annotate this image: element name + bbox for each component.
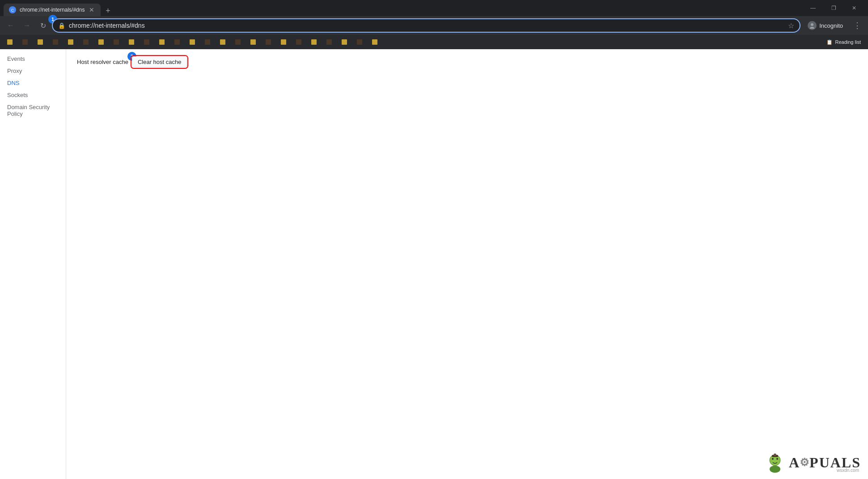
watermark: A ⚙ PUALS wsxdn.com bbox=[764, 451, 861, 474]
sidebar-item-events[interactable]: Events bbox=[0, 53, 66, 65]
address-bar-wrapper: 1 🔒 chrome://net-internals/#dns ☆ bbox=[52, 18, 800, 33]
bookmark-item[interactable] bbox=[323, 37, 337, 47]
bookmark-item[interactable] bbox=[368, 37, 383, 47]
reading-list-label: Reading list bbox=[835, 39, 861, 45]
tab-favicon: C bbox=[9, 6, 16, 13]
address-bar[interactable]: 🔒 chrome://net-internals/#dns ☆ bbox=[52, 18, 800, 33]
bookmark-item[interactable] bbox=[353, 37, 368, 47]
reading-list-icon: 📋 bbox=[826, 39, 833, 45]
bookmark-item[interactable] bbox=[247, 37, 261, 47]
sidebar-item-dns[interactable]: DNS bbox=[0, 77, 66, 89]
svg-point-2 bbox=[811, 23, 813, 26]
bookmark-item[interactable] bbox=[216, 37, 231, 47]
nav-right-controls: Incognito ⋮ bbox=[802, 18, 864, 33]
active-tab[interactable]: C chrome://net-internals/#dns ✕ bbox=[4, 4, 101, 16]
new-tab-button[interactable]: + bbox=[102, 5, 113, 16]
bookmark-item[interactable] bbox=[186, 37, 200, 47]
bookmark-item[interactable] bbox=[338, 37, 352, 47]
tab-bar: C chrome://net-internals/#dns ✕ + bbox=[4, 0, 113, 16]
bookmark-item[interactable] bbox=[171, 37, 185, 47]
bookmark-item[interactable] bbox=[201, 37, 216, 47]
bookmark-item[interactable] bbox=[34, 37, 48, 47]
clear-host-cache-button[interactable]: Clear host cache bbox=[132, 56, 187, 68]
tab-title: chrome://net-internals/#dns bbox=[20, 7, 85, 13]
bookmark-item[interactable] bbox=[49, 37, 64, 47]
main-panel: Host resolver cache 2 Clear host cache bbox=[66, 49, 868, 479]
sidebar-item-proxy[interactable]: Proxy bbox=[0, 65, 66, 77]
watermark-icon bbox=[764, 451, 786, 474]
bookmark-item[interactable] bbox=[95, 37, 109, 47]
incognito-button[interactable]: Incognito bbox=[802, 19, 848, 32]
bookmark-item[interactable] bbox=[110, 37, 124, 47]
sidebar-item-domain-security-policy[interactable]: Domain Security Policy bbox=[0, 101, 66, 120]
bookmark-item[interactable] bbox=[156, 37, 170, 47]
svg-point-6 bbox=[772, 458, 774, 460]
back-button[interactable]: ← bbox=[4, 18, 18, 33]
bookmark-item[interactable] bbox=[277, 37, 292, 47]
svg-point-7 bbox=[776, 458, 778, 460]
bookmark-item[interactable] bbox=[80, 37, 94, 47]
tab-close-button[interactable]: ✕ bbox=[88, 6, 95, 13]
bookmark-item[interactable] bbox=[232, 37, 246, 47]
bookmark-item[interactable] bbox=[64, 37, 79, 47]
nav-bar: ← → ↻ 1 🔒 chrome://net-internals/#dns ☆ … bbox=[0, 16, 868, 35]
svg-text:C: C bbox=[11, 8, 14, 13]
forward-button[interactable]: → bbox=[20, 18, 34, 33]
chrome-menu-button[interactable]: ⋮ bbox=[850, 18, 864, 33]
refresh-button[interactable]: ↻ bbox=[36, 18, 50, 33]
bookmark-item[interactable] bbox=[19, 37, 33, 47]
incognito-label: Incognito bbox=[819, 22, 843, 29]
bookmark-item[interactable] bbox=[308, 37, 322, 47]
watermark-site: wsxdn.com bbox=[837, 468, 859, 473]
close-button[interactable]: ✕ bbox=[844, 0, 864, 16]
lock-icon: 🔒 bbox=[58, 22, 65, 29]
host-resolver-label: Host resolver cache bbox=[77, 59, 128, 65]
sidebar-item-sockets[interactable]: Sockets bbox=[0, 89, 66, 101]
svg-point-3 bbox=[810, 27, 814, 29]
reading-list-button[interactable]: 📋 Reading list bbox=[823, 38, 864, 46]
bookmark-item[interactable] bbox=[262, 37, 276, 47]
host-resolver-row: Host resolver cache 2 Clear host cache bbox=[77, 56, 857, 68]
restore-button[interactable]: ❐ bbox=[823, 0, 844, 16]
window-controls: — ❐ ✕ bbox=[803, 0, 864, 16]
incognito-icon bbox=[808, 21, 817, 30]
bookmark-star-icon[interactable]: ☆ bbox=[788, 21, 794, 30]
svg-point-5 bbox=[770, 466, 780, 473]
bookmark-item[interactable] bbox=[4, 37, 18, 47]
minimize-button[interactable]: — bbox=[803, 0, 823, 16]
content-area: Events Proxy DNS Sockets Domain Security… bbox=[0, 49, 868, 479]
bookmarks-bar: 📋 Reading list bbox=[0, 35, 868, 49]
sidebar: Events Proxy DNS Sockets Domain Security… bbox=[0, 49, 66, 479]
url-display[interactable]: chrome://net-internals/#dns bbox=[69, 22, 784, 29]
bookmark-item[interactable] bbox=[292, 37, 307, 47]
bookmark-item[interactable] bbox=[140, 37, 155, 47]
svg-point-9 bbox=[774, 454, 776, 456]
titlebar: C chrome://net-internals/#dns ✕ + — ❐ ✕ bbox=[0, 0, 868, 16]
bookmark-item[interactable] bbox=[125, 37, 140, 47]
